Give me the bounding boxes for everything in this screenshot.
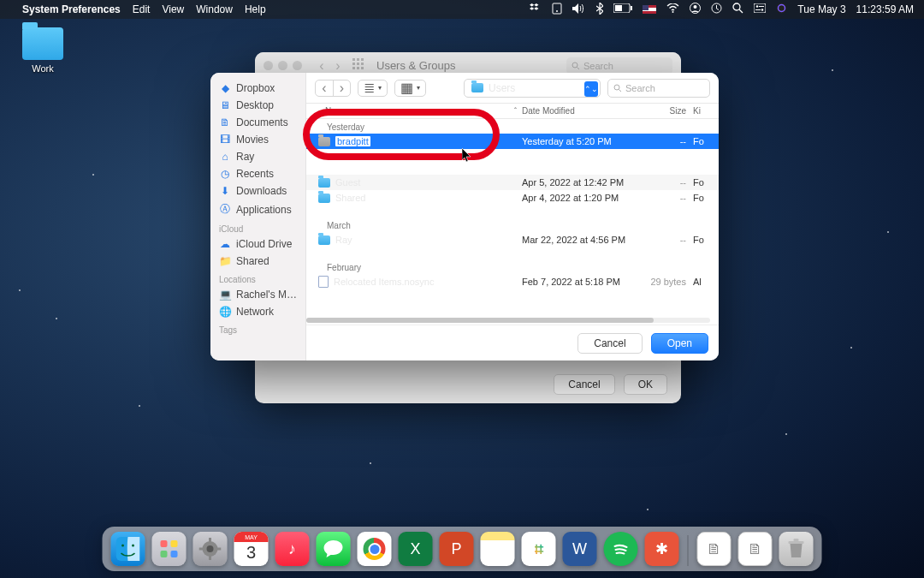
- horizontal-scrollbar[interactable]: [306, 318, 710, 323]
- battery-icon[interactable]: [613, 3, 632, 15]
- sidebar-item-network[interactable]: 🌐Network: [210, 303, 305, 320]
- sidebar-item-icloud-drive[interactable]: ☁iCloud Drive: [210, 235, 305, 253]
- menu-bar: System Preferences Edit View Window Help: [0, 0, 924, 19]
- col-kind[interactable]: Ki: [693, 106, 719, 116]
- documents-icon: 🗎: [219, 116, 231, 128]
- sidebar-item-downloads[interactable]: ⬇Downloads: [210, 182, 305, 200]
- view-list-button[interactable]: ≣▾: [358, 80, 388, 97]
- menu-view[interactable]: View: [162, 3, 184, 15]
- file-row-bradpitt[interactable]: bradpitt Yesterday at 5:20 PM -- Fo: [306, 134, 719, 149]
- desktop-folder-work[interactable]: Work: [17, 27, 68, 74]
- list-view-icon: ≣: [364, 80, 375, 96]
- path-popup[interactable]: Users ⌃⌄: [464, 79, 601, 98]
- file-name: Shared: [335, 193, 365, 203]
- menu-edit[interactable]: Edit: [133, 3, 151, 15]
- cancel-button[interactable]: Cancel: [578, 333, 642, 354]
- user-icon[interactable]: [690, 3, 701, 16]
- nav-forward-icon[interactable]: ›: [333, 80, 350, 96]
- file-name: Relocated Items.nosync: [334, 277, 434, 287]
- sidebar-item-recents[interactable]: ◷Recents: [210, 165, 305, 182]
- bluetooth-icon[interactable]: [596, 3, 603, 17]
- svg-rect-3: [631, 6, 632, 10]
- sidebar-item-shared[interactable]: 📁Shared: [210, 253, 305, 270]
- scrollbar-thumb[interactable]: [306, 318, 654, 323]
- spotlight-icon[interactable]: [732, 3, 743, 16]
- chevron-down-icon: ▾: [378, 84, 382, 92]
- timemachine-icon[interactable]: [711, 3, 722, 16]
- menu-window[interactable]: Window: [196, 3, 233, 15]
- file-row-shared[interactable]: Shared Apr 4, 2022 at 1:20 PM -- Fo: [306, 190, 719, 206]
- open-dialog: ◆Dropbox 🖥Desktop 🗎Documents 🎞Movies ⌂Ra…: [210, 73, 719, 361]
- nav-back-icon[interactable]: ‹: [316, 80, 333, 96]
- sidebar-item-applications[interactable]: ⒶApplications: [210, 200, 305, 219]
- dock-system-preferences[interactable]: [193, 532, 228, 566]
- dock-calendar[interactable]: MAY 3: [234, 532, 269, 566]
- backup-status-icon[interactable]: [552, 3, 562, 17]
- sidebar-item-dropbox[interactable]: ◆Dropbox: [210, 80, 305, 97]
- laptop-icon: 💻: [219, 289, 231, 301]
- sidebar-item-machine[interactable]: 💻Rachel's M…: [210, 286, 305, 303]
- file-row-ray[interactable]: Ray Mar 22, 2022 at 4:56 PM -- Fo: [306, 232, 719, 247]
- dock-support-app[interactable]: ✱: [645, 532, 679, 566]
- prefs-search-placeholder: Search: [583, 61, 613, 71]
- input-source-icon[interactable]: [643, 5, 656, 14]
- open-button[interactable]: Open: [651, 333, 708, 354]
- prefs-cancel-button[interactable]: Cancel: [554, 374, 614, 395]
- prefs-search[interactable]: Search: [566, 57, 672, 74]
- dock-music[interactable]: ♪: [275, 532, 310, 566]
- group-icon: ▦: [400, 80, 413, 96]
- dock-separator: [688, 535, 689, 566]
- dock-finder[interactable]: [111, 532, 145, 566]
- siri-icon[interactable]: [776, 3, 787, 16]
- svg-line-10: [739, 9, 743, 13]
- filename-edit-field[interactable]: bradpitt: [335, 136, 370, 146]
- prefs-ok-button[interactable]: OK: [624, 374, 667, 395]
- show-all-icon[interactable]: [352, 58, 364, 74]
- dock-document[interactable]: 🗎: [738, 532, 773, 566]
- nav-buttons[interactable]: ‹›: [315, 80, 351, 97]
- volume-icon[interactable]: [572, 3, 586, 16]
- file-row-guest[interactable]: Guest Apr 5, 2022 at 12:42 PM -- Fo: [306, 175, 719, 190]
- svg-point-29: [614, 85, 619, 90]
- column-headers[interactable]: Nameˆ Date Modified Size Ki: [306, 104, 719, 119]
- menu-help[interactable]: Help: [245, 3, 266, 15]
- dock-chrome[interactable]: [358, 532, 392, 566]
- group-by-button[interactable]: ▦▾: [394, 80, 426, 97]
- app-menu[interactable]: System Preferences: [22, 3, 121, 15]
- path-dropdown-icon[interactable]: ⌃⌄: [584, 81, 598, 97]
- svg-point-5: [672, 11, 674, 13]
- col-date[interactable]: Date Modified: [522, 106, 643, 116]
- file-row-relocated[interactable]: Relocated Items.nosync Feb 7, 2022 at 5:…: [306, 274, 719, 289]
- nav-back-forward[interactable]: ‹›: [314, 58, 346, 74]
- folder-icon: [318, 137, 330, 146]
- dock-launchpad[interactable]: [152, 532, 187, 566]
- menubar-date[interactable]: Tue May 3: [797, 3, 845, 15]
- svg-rect-25: [357, 67, 359, 69]
- dialog-search[interactable]: Search: [607, 79, 710, 98]
- dock-slack[interactable]: ⌗: [522, 532, 556, 566]
- alias-file-icon: [318, 276, 329, 288]
- sidebar-item-desktop[interactable]: 🖥Desktop: [210, 97, 305, 114]
- svg-point-13: [761, 9, 763, 10]
- dock-spotify[interactable]: [604, 532, 638, 566]
- control-center-icon[interactable]: [754, 3, 766, 15]
- sidebar-item-movies[interactable]: 🎞Movies: [210, 131, 305, 148]
- wifi-icon[interactable]: [666, 3, 679, 15]
- svg-rect-35: [171, 540, 178, 547]
- sidebar-item-ray[interactable]: ⌂Ray: [210, 148, 305, 165]
- dropbox-status-icon[interactable]: [530, 3, 542, 17]
- dock-powerpoint[interactable]: P: [440, 532, 474, 566]
- col-size[interactable]: Size: [643, 106, 693, 116]
- dock-document[interactable]: 🗎: [697, 532, 732, 566]
- traffic-lights[interactable]: [264, 61, 302, 70]
- svg-point-7: [694, 5, 697, 9]
- col-name[interactable]: Name: [325, 106, 348, 116]
- svg-rect-18: [352, 58, 355, 61]
- dock-word[interactable]: W: [563, 532, 597, 566]
- menubar-time[interactable]: 11:23:59 AM: [856, 3, 914, 15]
- sidebar-item-documents[interactable]: 🗎Documents: [210, 114, 305, 131]
- dock-excel[interactable]: X: [399, 532, 433, 566]
- dock-messages[interactable]: [317, 532, 351, 566]
- dock-trash[interactable]: [779, 532, 814, 566]
- dock-notes[interactable]: [481, 532, 515, 566]
